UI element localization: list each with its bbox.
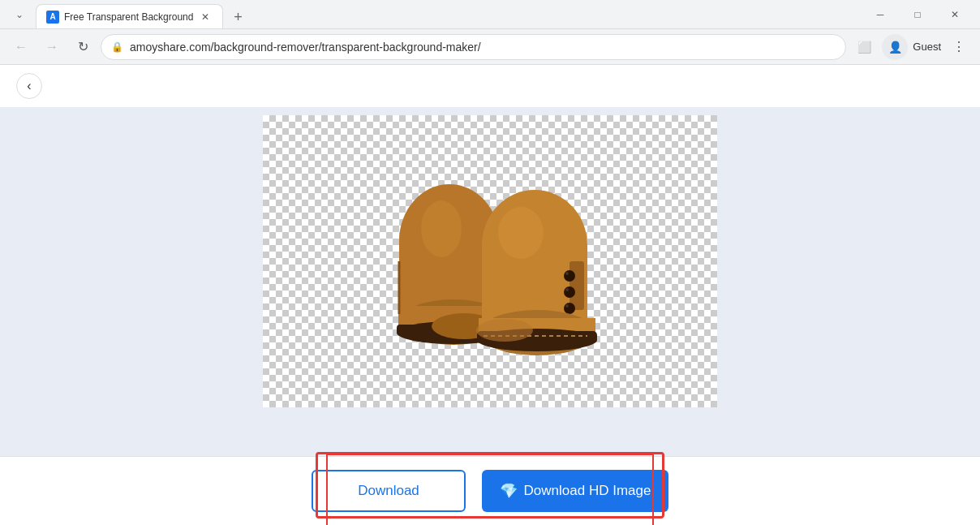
page-content: ‹ bbox=[0, 65, 980, 525]
new-tab-btn[interactable]: + bbox=[226, 6, 249, 28]
menu-icon: ⋮ bbox=[952, 39, 965, 54]
titlebar: ⌄ A Free Transparent Background ✕ + ─ □ … bbox=[0, 0, 980, 29]
tab-title: Free Transparent Background bbox=[64, 11, 193, 23]
navbar: ← → ↻ 🔒 amoyshare.com/background-remover… bbox=[0, 29, 980, 65]
download-bar: Download 💎 Download HD Image bbox=[0, 456, 980, 525]
tab-area: A Free Transparent Background ✕ + bbox=[36, 0, 855, 28]
collapse-btn[interactable]: ⌄ bbox=[6, 2, 32, 28]
window-controls: ─ □ ✕ bbox=[862, 2, 974, 28]
diamond-icon: 💎 bbox=[500, 482, 518, 500]
download-button[interactable]: Download bbox=[312, 470, 466, 512]
svg-point-15 bbox=[565, 272, 569, 275]
refresh-btn[interactable]: ↻ bbox=[70, 34, 96, 60]
svg-point-23 bbox=[498, 207, 544, 259]
download-hd-button[interactable]: 💎 Download HD Image bbox=[482, 470, 668, 512]
tab-close-btn[interactable]: ✕ bbox=[198, 10, 213, 24]
address-text: amoyshare.com/background-remover/transpa… bbox=[130, 41, 836, 54]
svg-point-14 bbox=[564, 303, 575, 314]
close-btn[interactable]: ✕ bbox=[936, 2, 974, 28]
main-area bbox=[0, 107, 980, 456]
back-section: ‹ bbox=[0, 65, 980, 107]
download-label: Download bbox=[358, 483, 419, 499]
tab-favicon: A bbox=[46, 11, 59, 24]
svg-point-24 bbox=[476, 319, 533, 342]
sidebar-icon: ⬜ bbox=[858, 41, 871, 54]
page-back-icon: ‹ bbox=[27, 79, 31, 93]
svg-point-7 bbox=[421, 200, 462, 257]
lock-icon: 🔒 bbox=[111, 41, 123, 53]
active-tab[interactable]: A Free Transparent Background ✕ bbox=[36, 4, 223, 28]
product-image bbox=[352, 164, 628, 383]
svg-point-16 bbox=[565, 288, 569, 291]
svg-point-17 bbox=[565, 304, 569, 308]
maximize-btn[interactable]: □ bbox=[899, 2, 936, 28]
profile-btn[interactable]: 👤 bbox=[882, 34, 908, 60]
back-btn: ← bbox=[8, 34, 34, 60]
menu-btn[interactable]: ⋮ bbox=[946, 34, 972, 60]
address-bar[interactable]: 🔒 amoyshare.com/background-remover/trans… bbox=[101, 34, 846, 60]
download-hd-label: Download HD Image bbox=[524, 483, 651, 499]
forward-btn: → bbox=[39, 34, 65, 60]
svg-point-12 bbox=[564, 270, 575, 282]
svg-rect-11 bbox=[570, 261, 584, 310]
sidebar-toggle-btn[interactable]: ⬜ bbox=[851, 34, 877, 60]
minimize-btn[interactable]: ─ bbox=[862, 2, 899, 28]
toolbar-right: 👤 Guest bbox=[882, 34, 941, 60]
image-canvas bbox=[263, 115, 717, 407]
profile-icon: 👤 bbox=[888, 41, 902, 54]
svg-point-13 bbox=[564, 286, 575, 298]
guest-label: Guest bbox=[913, 41, 941, 53]
page-back-btn[interactable]: ‹ bbox=[16, 73, 42, 99]
